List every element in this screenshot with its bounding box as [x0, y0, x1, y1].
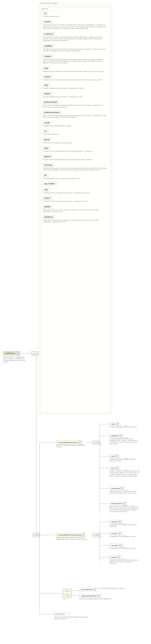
count: 0..∞ [123, 535, 126, 536]
attr-name[interactable]: custom [43, 54, 52, 58]
node-remoteInfo[interactable]: remoteInfo+ [110, 487, 124, 490]
expand-icon[interactable]: + [118, 556, 120, 558]
attr-desc: A refinement of the semantics of the pro… [43, 200, 107, 202]
attr-name[interactable]: literal [43, 138, 51, 142]
attr-custom: customIf set to true the corresponding p… [43, 54, 108, 64]
desc-related: A related concept, where the relationshi… [110, 559, 140, 564]
count: 0..∞ [123, 558, 126, 560]
attr-name[interactable]: creator [43, 20, 52, 24]
attr-pubconstraint: pubconstraintOne or many constraints tha… [43, 100, 108, 108]
attr-pubconstrainturi: pubconstrainturiOne or many constraints … [43, 111, 108, 118]
attr-name[interactable]: jobtitleuri [43, 215, 54, 219]
attr-whyuri: whyuriWhy the metadata has been included… [43, 92, 108, 98]
attr-name[interactable]: xml:lang [43, 163, 54, 167]
node-note[interactable]: note+ [110, 454, 120, 458]
contributor-root[interactable]: contributor− [3, 351, 20, 356]
expand-icon[interactable]: + [93, 588, 96, 591]
expand-icon[interactable]: + [116, 423, 119, 425]
expand-icon[interactable]: + [78, 441, 81, 444]
node-broader[interactable]: broader+ [110, 532, 122, 536]
attr-name[interactable]: uri [43, 129, 48, 133]
attr-desc: A URI which identifies a ... [43, 134, 107, 135]
attr-desc: The type of the concept assigned as cont… [43, 150, 107, 152]
node-sameAs[interactable]: sameAs+ [110, 520, 122, 524]
node-hierarchyInfo[interactable]: hierarchyInfo+ [110, 502, 127, 506]
count: 0..∞ [123, 547, 126, 548]
attr-name[interactable]: pubconstrainturi [43, 111, 61, 114]
count: 0..∞ [123, 523, 126, 524]
expand-icon[interactable]: + [121, 487, 123, 490]
attr-desc: The directionality of textual content (e… [43, 178, 107, 180]
attr-jobtitle: jobtitleThe job title of the person who … [43, 205, 108, 213]
attr-name[interactable]: qcode [43, 121, 52, 124]
expand-icon[interactable]: + [123, 502, 125, 505]
concept-relationships-group[interactable]: ConceptRelationshipsGroup+ [56, 533, 86, 537]
person-details-desc: A set of properties specific to a person [99, 588, 124, 589]
person-details[interactable]: personDetails+ [80, 588, 97, 591]
attr-name[interactable]: jobtitle [43, 205, 52, 208]
attr-why: whyWhy the metadata has been included - … [43, 83, 108, 89]
attr-desc: The job title of the person who created … [43, 209, 107, 213]
attr-xml-lang: xml:langSpecifies the language of this p… [43, 163, 108, 171]
count: 0..∞ [125, 505, 128, 506]
attr-creatoruri: creatoruriIf the attribute is empty, spe… [43, 32, 108, 42]
count-choice: 0..∞ [64, 598, 66, 600]
attr-typeuri: typeuriThe type of the concept assigned … [43, 155, 108, 160]
count-ext: 0..∞ [68, 612, 71, 614]
attr-name[interactable]: howuri [43, 75, 52, 78]
count-crel: 0..∞ [100, 536, 103, 538]
attr-name[interactable]: how [43, 66, 50, 70]
sequence-joint-lower [33, 533, 40, 537]
attr-name[interactable]: whyuri [43, 92, 52, 96]
attr-roleuri: roleuriA refinement of the semantics of … [43, 196, 108, 202]
attr-name[interactable]: pubconstraint [43, 100, 59, 104]
expand-icon[interactable]: + [119, 544, 122, 547]
expand-icon[interactable]: + [116, 467, 118, 469]
attributes-panel: attributes idThe local identifier of the… [40, 7, 110, 412]
attr-desc: One or many constraints that apply to pu… [43, 115, 107, 118]
desc-definition: A natural language definition of the sem… [110, 438, 140, 445]
count: 0..∞ [125, 469, 128, 471]
attr-desc: Why the metadata has been included - exp… [43, 96, 107, 98]
attr-name[interactable]: why [43, 83, 50, 87]
attr-name[interactable]: modified [43, 44, 54, 48]
attr-name[interactable]: dir [43, 174, 48, 177]
attr-desc: If set to true the corresponding propert… [43, 59, 107, 64]
concept-definition-group[interactable]: ConceptDefinitionGroup+ [56, 440, 82, 444]
node-narrower[interactable]: narrower+ [110, 544, 123, 547]
attr-desc: A qualified code which identifies a conc… [43, 125, 107, 127]
attr-modified: modifiedThe date (and, optionally, the t… [43, 44, 108, 52]
organisation-details[interactable]: organisationDetails+ [80, 594, 102, 598]
attr-how: howIndicates by which means the value wa… [43, 66, 108, 72]
attr-name[interactable]: id [43, 12, 48, 15]
node-facet[interactable]: facet+ [110, 466, 120, 470]
expand-icon[interactable]: + [116, 455, 118, 458]
count-cdef: 0..∞ [100, 444, 103, 446]
attr-desc: Why the metadata has been included - exp… [43, 88, 107, 89]
attr-name[interactable]: creatoruri [43, 32, 55, 36]
desc-note: Additional natural language information … [110, 458, 140, 462]
node-name[interactable]: name+ [110, 422, 120, 426]
attr-name[interactable]: type [43, 146, 50, 150]
attr-name[interactable]: roleuri [43, 196, 52, 200]
attr-dir: dirThe directionality of textual content… [43, 174, 108, 180]
attr-name[interactable]: typeuri [43, 155, 52, 158]
node-definition[interactable]: definition+ [110, 434, 124, 438]
expand-icon[interactable]: + [118, 521, 121, 523]
attr-desc: One or many constraints that apply to pu… [43, 104, 107, 108]
desc-hierarchyInfo: Represents the position of a concept in … [110, 506, 140, 512]
organisation-details-desc: A group of properties specific to an org… [80, 598, 114, 600]
expand-icon[interactable]: + [120, 435, 122, 437]
attr-name[interactable]: role [43, 188, 50, 192]
expand-icon[interactable]: + [98, 595, 100, 597]
attr-any---other: any ##other [43, 182, 108, 186]
contributor-label: contributor [5, 352, 15, 354]
node-related[interactable]: related+ [110, 556, 121, 559]
attr-name[interactable]: any ##other [43, 182, 57, 186]
extension-any-other[interactable]: any ##other [54, 612, 65, 616]
expand-icon[interactable]: + [118, 532, 121, 535]
attr-desc: The type of the concept assigned as cont… [43, 159, 107, 160]
attr-id: idThe local identifier of the ... [43, 12, 108, 18]
desc-name: A natural language name for the concept. [110, 426, 140, 428]
expand-icon[interactable]: + [82, 534, 84, 536]
